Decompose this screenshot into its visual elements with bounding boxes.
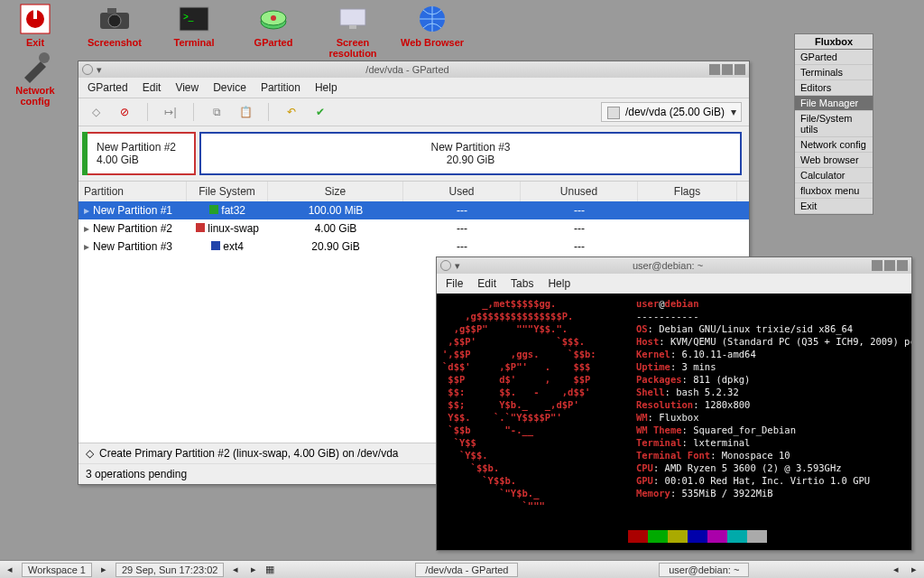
fluxbox-menu-item[interactable]: Terminals bbox=[795, 65, 873, 80]
fluxbox-menu-item[interactable]: GParted bbox=[795, 50, 873, 65]
menu-item[interactable]: Help bbox=[548, 277, 570, 290]
menu-item[interactable]: Tabs bbox=[511, 277, 533, 290]
menu-item[interactable]: Partition bbox=[261, 81, 300, 94]
monitor-icon bbox=[337, 3, 369, 35]
desktop-icon-browser[interactable]: Web Browser bbox=[400, 3, 465, 59]
column-header[interactable]: Partition bbox=[79, 182, 187, 201]
table-row[interactable]: ▸ New Partition #3 ext420.90 GiB------ bbox=[79, 238, 749, 256]
fluxbox-menu-item[interactable]: File Manager bbox=[795, 96, 873, 111]
taskbar-arrow[interactable]: ◂ bbox=[890, 564, 902, 575]
debian-swirl-icon bbox=[440, 260, 451, 271]
partition-box-3[interactable]: New Partition #3 20.90 GiB bbox=[199, 132, 742, 175]
column-header[interactable]: Unused bbox=[521, 182, 638, 201]
svg-point-14 bbox=[39, 52, 50, 63]
fluxbox-menu-item[interactable]: Calculator bbox=[795, 168, 873, 183]
svg-rect-2 bbox=[33, 8, 37, 19]
tools-icon bbox=[19, 51, 51, 83]
desktop-icon-screenres[interactable]: Screen resolution bbox=[320, 3, 385, 59]
task-prev[interactable]: ◂ bbox=[229, 564, 242, 575]
terminal-icon: >_ bbox=[178, 3, 210, 35]
menu-item[interactable]: Help bbox=[315, 81, 337, 94]
column-header[interactable]: File System bbox=[187, 182, 268, 201]
fluxbox-menu[interactable]: Fluxbox GPartedTerminalsEditorsFile Mana… bbox=[794, 33, 873, 215]
power-icon bbox=[19, 3, 51, 35]
taskbar: ◂ Workspace 1 ▸ 29 Sep, Sun 17:23:02 ◂ ▸… bbox=[0, 560, 924, 578]
fluxbox-menu-item[interactable]: Network config bbox=[795, 137, 873, 153]
device-selector[interactable]: /dev/vda (25.00 GiB) bbox=[601, 102, 742, 122]
fluxbox-menu-item[interactable]: File/System utils bbox=[795, 111, 873, 137]
svg-text:>_: >_ bbox=[183, 12, 194, 22]
disk-icon bbox=[257, 3, 290, 35]
fluxbox-menu-item[interactable]: Exit bbox=[795, 199, 873, 214]
desktop-icon-label: GParted bbox=[254, 37, 293, 48]
fluxbox-menu-title: Fluxbox bbox=[795, 34, 873, 50]
desktop-icon-label: Exit bbox=[26, 37, 44, 48]
taskbar-task[interactable]: /dev/vda - GParted bbox=[415, 563, 518, 577]
titlebar[interactable]: ▾ user@debian: ~ bbox=[437, 257, 911, 274]
disk-visualization: New Partition #2 4.00 GiB New Partition … bbox=[79, 126, 749, 181]
desktop-icon-terminal[interactable]: >_ Terminal bbox=[162, 3, 226, 59]
menu-item[interactable]: GParted bbox=[88, 81, 128, 94]
svg-point-4 bbox=[108, 14, 121, 27]
device-selector-label: /dev/vda (25.00 GiB) bbox=[625, 106, 725, 118]
workspace-prev[interactable]: ◂ bbox=[4, 564, 16, 575]
fluxbox-menu-item[interactable]: Editors bbox=[795, 80, 873, 96]
color-palette bbox=[608, 530, 767, 543]
close-button[interactable] bbox=[735, 64, 745, 75]
menu-item[interactable]: View bbox=[175, 81, 199, 94]
taskbar-arrow[interactable]: ▸ bbox=[908, 564, 920, 575]
copy-button[interactable]: ⧉ bbox=[207, 102, 226, 122]
column-header[interactable]: Used bbox=[403, 182, 521, 201]
window-menu-icon[interactable]: ▾ bbox=[97, 64, 102, 76]
paste-button[interactable]: 📋 bbox=[236, 102, 255, 122]
partition-size: 20.90 GiB bbox=[447, 154, 494, 166]
desktop-icon-label: Screen resolution bbox=[320, 37, 385, 59]
delete-button[interactable]: ⊘ bbox=[115, 102, 134, 122]
titlebar[interactable]: ▾ /dev/vda - GParted bbox=[79, 61, 749, 78]
apply-button[interactable]: ✔ bbox=[310, 102, 330, 122]
new-button[interactable]: ◇ bbox=[86, 102, 106, 122]
taskbar-task[interactable]: user@debian: ~ bbox=[659, 563, 749, 577]
column-header[interactable]: Size bbox=[268, 182, 403, 201]
workspace-next[interactable]: ▸ bbox=[97, 564, 110, 575]
minimize-button[interactable] bbox=[872, 260, 882, 271]
menu-item[interactable]: Edit bbox=[143, 81, 162, 94]
window-title: user@debian: ~ bbox=[464, 260, 872, 271]
desktop-icon-screenshot[interactable]: Screenshot bbox=[82, 3, 147, 59]
task-next[interactable]: ▸ bbox=[247, 564, 260, 575]
partition-name: New Partition #2 bbox=[97, 141, 185, 154]
partition-size: 4.00 GiB bbox=[97, 154, 185, 166]
maximize-button[interactable] bbox=[884, 260, 895, 271]
terminal-window: ▾ user@debian: ~ FileEditTabsHelp _,met$… bbox=[436, 256, 912, 551]
desktop-icon-gparted[interactable]: GParted bbox=[241, 3, 306, 59]
menu-item[interactable]: File bbox=[446, 277, 463, 290]
maximize-button[interactable] bbox=[722, 64, 733, 75]
menu-bar: FileEditTabsHelp bbox=[437, 274, 911, 294]
table-row[interactable]: ▸ New Partition #1 fat32100.00 MiB------ bbox=[79, 201, 749, 219]
fluxbox-menu-item[interactable]: fluxbox menu bbox=[795, 183, 873, 199]
toolbar: ◇ ⊘ ↦| ⧉ 📋 ↶ ✔ /dev/vda (25.00 GiB) bbox=[79, 98, 749, 126]
desktop-icon-label: Network config bbox=[3, 85, 68, 107]
clock: 29 Sep, Sun 17:23:02 bbox=[116, 563, 224, 577]
status-text: Create Primary Partition #2 (linux-swap,… bbox=[99, 447, 398, 460]
desktop-icon-netconfig[interactable]: Network config bbox=[3, 51, 68, 107]
tray-icon[interactable]: ▦ bbox=[265, 564, 274, 575]
menu-item[interactable]: Edit bbox=[477, 277, 496, 290]
window-menu-icon[interactable]: ▾ bbox=[455, 260, 460, 272]
globe-icon bbox=[416, 3, 448, 35]
table-row[interactable]: ▸ New Partition #2 linux-swap4.00 GiB---… bbox=[79, 219, 749, 238]
menu-bar: GPartedEditViewDevicePartitionHelp bbox=[79, 78, 749, 98]
terminal-output[interactable]: _,met$$$$$gg. user@debian ,g$$$$$$$$$$$$… bbox=[437, 294, 911, 550]
partition-box-2[interactable]: New Partition #2 4.00 GiB bbox=[86, 132, 196, 175]
menu-item[interactable]: Device bbox=[213, 81, 246, 94]
workspace-label[interactable]: Workspace 1 bbox=[22, 563, 92, 577]
svg-rect-11 bbox=[340, 9, 365, 25]
window-title: /dev/vda - GParted bbox=[106, 64, 709, 75]
column-header[interactable]: Flags bbox=[638, 182, 737, 201]
undo-button[interactable]: ↶ bbox=[282, 102, 301, 122]
debian-swirl-icon bbox=[82, 64, 93, 75]
close-button[interactable] bbox=[897, 260, 908, 271]
minimize-button[interactable] bbox=[709, 64, 720, 75]
resize-button[interactable]: ↦| bbox=[161, 102, 180, 122]
fluxbox-menu-item[interactable]: Web browser bbox=[795, 153, 873, 168]
